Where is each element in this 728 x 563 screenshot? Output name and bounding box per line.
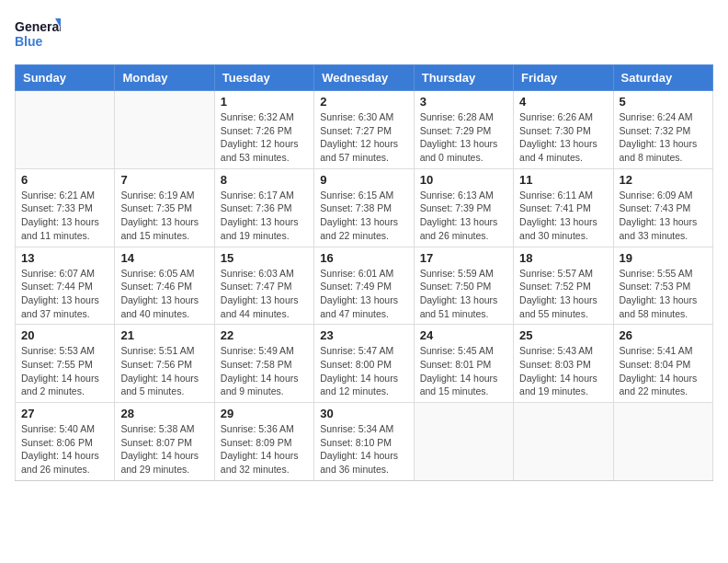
day-of-week-header: Wednesday [314, 65, 414, 91]
day-info: Sunrise: 6:09 AM Sunset: 7:43 PM Dayligh… [620, 189, 707, 243]
calendar-day-cell: 29Sunrise: 5:36 AM Sunset: 8:09 PM Dayli… [214, 403, 313, 481]
day-info: Sunrise: 5:43 AM Sunset: 8:03 PM Dayligh… [519, 344, 607, 398]
calendar-day-cell: 15Sunrise: 6:03 AM Sunset: 7:47 PM Dayli… [214, 247, 313, 325]
day-number: 8 [221, 173, 308, 187]
calendar-week-row: 1Sunrise: 6:32 AM Sunset: 7:26 PM Daylig… [16, 91, 713, 169]
day-number: 2 [320, 95, 407, 109]
calendar-day-cell [414, 403, 513, 481]
calendar-day-cell: 25Sunrise: 5:43 AM Sunset: 8:03 PM Dayli… [514, 325, 613, 403]
calendar-week-row: 13Sunrise: 6:07 AM Sunset: 7:44 PM Dayli… [16, 247, 713, 325]
day-number: 15 [221, 251, 308, 265]
day-info: Sunrise: 6:30 AM Sunset: 7:27 PM Dayligh… [320, 110, 407, 165]
day-number: 4 [519, 95, 607, 109]
calendar-day-cell [115, 91, 214, 169]
day-number: 7 [120, 173, 208, 187]
logo-svg: General Blue [15, 15, 61, 53]
calendar-day-cell: 7Sunrise: 6:19 AM Sunset: 7:35 PM Daylig… [115, 168, 214, 247]
day-info: Sunrise: 6:15 AM Sunset: 7:38 PM Dayligh… [320, 189, 407, 243]
day-number: 6 [21, 173, 108, 187]
day-number: 21 [120, 328, 208, 342]
day-number: 19 [620, 251, 707, 265]
calendar-day-cell: 9Sunrise: 6:15 AM Sunset: 7:38 PM Daylig… [314, 168, 414, 247]
day-number: 23 [320, 328, 407, 342]
calendar-day-cell: 17Sunrise: 5:59 AM Sunset: 7:50 PM Dayli… [414, 247, 513, 325]
day-info: Sunrise: 5:34 AM Sunset: 8:10 PM Dayligh… [320, 422, 407, 477]
calendar-day-cell: 19Sunrise: 5:55 AM Sunset: 7:53 PM Dayli… [613, 247, 712, 325]
day-info: Sunrise: 5:45 AM Sunset: 8:01 PM Dayligh… [420, 344, 507, 398]
day-info: Sunrise: 6:17 AM Sunset: 7:36 PM Dayligh… [221, 189, 308, 243]
calendar-day-cell: 23Sunrise: 5:47 AM Sunset: 8:00 PM Dayli… [314, 325, 414, 403]
day-info: Sunrise: 6:24 AM Sunset: 7:32 PM Dayligh… [620, 110, 707, 165]
day-info: Sunrise: 6:05 AM Sunset: 7:46 PM Dayligh… [120, 267, 208, 321]
day-info: Sunrise: 6:13 AM Sunset: 7:39 PM Dayligh… [420, 189, 507, 243]
calendar-week-row: 27Sunrise: 5:40 AM Sunset: 8:06 PM Dayli… [16, 403, 713, 481]
day-number: 30 [320, 407, 407, 420]
day-of-week-header: Thursday [414, 65, 513, 91]
calendar-day-cell: 21Sunrise: 5:51 AM Sunset: 7:56 PM Dayli… [115, 325, 214, 403]
day-info: Sunrise: 6:03 AM Sunset: 7:47 PM Dayligh… [221, 267, 308, 321]
day-info: Sunrise: 6:26 AM Sunset: 7:30 PM Dayligh… [519, 110, 607, 165]
calendar-day-cell: 12Sunrise: 6:09 AM Sunset: 7:43 PM Dayli… [613, 168, 712, 247]
calendar-day-cell [16, 91, 115, 169]
day-number: 29 [221, 407, 308, 420]
day-info: Sunrise: 5:53 AM Sunset: 7:55 PM Dayligh… [21, 344, 108, 398]
day-info: Sunrise: 5:57 AM Sunset: 7:52 PM Dayligh… [519, 267, 607, 321]
day-of-week-header: Saturday [613, 65, 712, 91]
calendar-day-cell: 14Sunrise: 6:05 AM Sunset: 7:46 PM Dayli… [115, 247, 214, 325]
calendar-day-cell: 1Sunrise: 6:32 AM Sunset: 7:26 PM Daylig… [214, 91, 313, 169]
day-number: 17 [420, 251, 507, 265]
day-number: 22 [221, 328, 308, 342]
day-of-week-header: Monday [115, 65, 214, 91]
calendar-day-cell: 20Sunrise: 5:53 AM Sunset: 7:55 PM Dayli… [16, 325, 115, 403]
logo: General Blue [15, 15, 61, 53]
day-number: 10 [420, 173, 507, 187]
calendar-week-row: 6Sunrise: 6:21 AM Sunset: 7:33 PM Daylig… [16, 168, 713, 247]
day-info: Sunrise: 5:55 AM Sunset: 7:53 PM Dayligh… [620, 267, 707, 321]
day-info: Sunrise: 6:28 AM Sunset: 7:29 PM Dayligh… [420, 110, 507, 165]
day-number: 20 [21, 328, 108, 342]
calendar-day-cell: 27Sunrise: 5:40 AM Sunset: 8:06 PM Dayli… [16, 403, 115, 481]
day-number: 14 [120, 251, 208, 265]
day-info: Sunrise: 5:51 AM Sunset: 7:56 PM Dayligh… [120, 344, 208, 398]
day-number: 16 [320, 251, 407, 265]
calendar-day-cell: 10Sunrise: 6:13 AM Sunset: 7:39 PM Dayli… [414, 168, 513, 247]
calendar-day-cell: 28Sunrise: 5:38 AM Sunset: 8:07 PM Dayli… [115, 403, 214, 481]
day-number: 1 [221, 95, 308, 109]
calendar-day-cell: 5Sunrise: 6:24 AM Sunset: 7:32 PM Daylig… [613, 91, 712, 169]
calendar-day-cell: 6Sunrise: 6:21 AM Sunset: 7:33 PM Daylig… [16, 168, 115, 247]
day-number: 24 [420, 328, 507, 342]
calendar-day-cell: 18Sunrise: 5:57 AM Sunset: 7:52 PM Dayli… [514, 247, 613, 325]
day-number: 12 [620, 173, 707, 187]
calendar-day-cell: 11Sunrise: 6:11 AM Sunset: 7:41 PM Dayli… [514, 168, 613, 247]
day-info: Sunrise: 5:38 AM Sunset: 8:07 PM Dayligh… [120, 422, 208, 477]
page-header: General Blue [15, 15, 713, 53]
calendar-day-cell: 2Sunrise: 6:30 AM Sunset: 7:27 PM Daylig… [314, 91, 414, 169]
day-info: Sunrise: 5:49 AM Sunset: 7:58 PM Dayligh… [221, 344, 308, 398]
day-info: Sunrise: 5:36 AM Sunset: 8:09 PM Dayligh… [221, 422, 308, 477]
calendar-day-cell: 24Sunrise: 5:45 AM Sunset: 8:01 PM Dayli… [414, 325, 513, 403]
day-of-week-header: Tuesday [214, 65, 313, 91]
svg-text:Blue: Blue [15, 34, 43, 49]
day-info: Sunrise: 6:01 AM Sunset: 7:49 PM Dayligh… [320, 267, 407, 321]
day-number: 9 [320, 173, 407, 187]
day-of-week-header: Sunday [16, 65, 115, 91]
day-info: Sunrise: 6:32 AM Sunset: 7:26 PM Dayligh… [221, 110, 308, 165]
day-number: 27 [21, 407, 108, 420]
calendar-day-cell [514, 403, 613, 481]
calendar-day-cell: 30Sunrise: 5:34 AM Sunset: 8:10 PM Dayli… [314, 403, 414, 481]
calendar-day-cell: 3Sunrise: 6:28 AM Sunset: 7:29 PM Daylig… [414, 91, 513, 169]
calendar-day-cell: 13Sunrise: 6:07 AM Sunset: 7:44 PM Dayli… [16, 247, 115, 325]
calendar-table: SundayMondayTuesdayWednesdayThursdayFrid… [15, 64, 713, 481]
day-info: Sunrise: 6:21 AM Sunset: 7:33 PM Dayligh… [21, 189, 108, 243]
day-info: Sunrise: 5:40 AM Sunset: 8:06 PM Dayligh… [21, 422, 108, 477]
calendar-week-row: 20Sunrise: 5:53 AM Sunset: 7:55 PM Dayli… [16, 325, 713, 403]
calendar-day-cell: 26Sunrise: 5:41 AM Sunset: 8:04 PM Dayli… [613, 325, 712, 403]
day-number: 28 [120, 407, 208, 420]
svg-text:General: General [15, 19, 61, 34]
day-number: 26 [620, 328, 707, 342]
day-number: 13 [21, 251, 108, 265]
day-number: 11 [519, 173, 607, 187]
day-number: 3 [420, 95, 507, 109]
calendar-day-cell [613, 403, 712, 481]
calendar-header-row: SundayMondayTuesdayWednesdayThursdayFrid… [16, 65, 713, 91]
